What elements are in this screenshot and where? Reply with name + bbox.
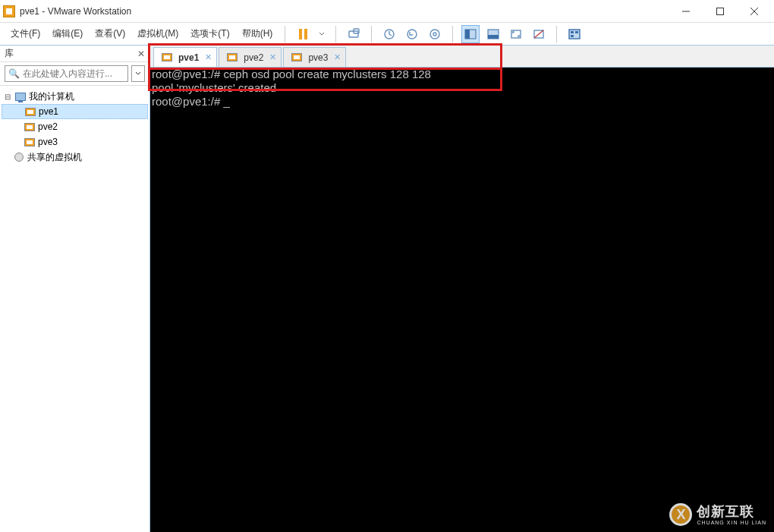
window-title: pve1 - VMware Workstation — [20, 6, 669, 17]
main-area: 库 ✕ 🔍 ⊟ 我的计算机 pve1 pve2 — [0, 46, 774, 532]
vm-icon — [24, 121, 36, 133]
watermark-en: CHUANG XIN HU LIAN — [697, 520, 766, 525]
library-header: 库 ✕ — [0, 46, 149, 62]
search-dropdown[interactable] — [131, 65, 145, 82]
snapshot-icon — [383, 28, 395, 40]
vm-icon — [24, 136, 36, 148]
thumbnail-button[interactable] — [565, 25, 584, 43]
maximize-icon — [716, 8, 724, 15]
send-cad-button[interactable] — [345, 25, 363, 43]
menu-file[interactable]: 文件(F) — [6, 24, 45, 43]
app-icon — [3, 5, 15, 17]
chevron-down-icon — [319, 31, 325, 37]
svg-rect-20 — [571, 35, 574, 37]
menu-help[interactable]: 帮助(H) — [238, 24, 278, 43]
unity-icon — [533, 28, 545, 40]
library-close-button[interactable]: ✕ — [137, 49, 145, 59]
pause-dropdown[interactable] — [316, 25, 327, 43]
menu-tabs[interactable]: 选项卡(T) — [186, 24, 234, 43]
menu-view[interactable]: 查看(V) — [90, 24, 130, 43]
fullscreen-icon — [510, 28, 522, 40]
minimize-icon — [682, 8, 690, 15]
svg-point-7 — [407, 30, 417, 39]
watermark: 创新互联 CHUANG XIN HU LIAN — [669, 503, 766, 526]
fit-guest-icon — [464, 28, 477, 40]
chevron-down-icon — [135, 71, 141, 77]
library-sidebar: 库 ✕ 🔍 ⊟ 我的计算机 pve1 pve2 — [0, 46, 150, 532]
search-input[interactable] — [23, 68, 124, 79]
tree-item-pve2[interactable]: pve2 — [2, 119, 148, 134]
library-title: 库 — [5, 47, 137, 60]
separator — [556, 26, 557, 42]
tree-label: pve1 — [39, 106, 58, 117]
pause-icon — [299, 29, 307, 39]
tree-label: 我的计算机 — [29, 90, 74, 103]
svg-rect-11 — [465, 30, 470, 39]
watermark-cn: 创新互联 — [697, 505, 766, 518]
terminal-line: root@pve1:/# _ — [152, 95, 230, 108]
svg-rect-13 — [488, 35, 499, 39]
manage-snapshots-button[interactable] — [426, 25, 444, 43]
library-tree: ⊟ 我的计算机 pve1 pve2 pve3 共享的虚拟机 — [0, 85, 149, 532]
titlebar: pve1 - VMware Workstation — [0, 0, 774, 23]
tree-label: pve3 — [38, 137, 58, 147]
view-mode2-button[interactable] — [484, 25, 502, 43]
fit-window-icon — [487, 28, 499, 40]
tree-item-pve1[interactable]: pve1 — [2, 104, 148, 119]
tree-item-shared[interactable]: 共享的虚拟机 — [2, 150, 148, 165]
window-controls — [669, 0, 771, 23]
svg-rect-18 — [571, 31, 574, 33]
vm-icon — [24, 105, 36, 118]
thumbnail-icon — [568, 28, 580, 40]
revert-icon — [406, 28, 418, 40]
svg-rect-17 — [569, 30, 580, 39]
menu-edit[interactable]: 编辑(E) — [48, 24, 87, 43]
revert-button[interactable] — [403, 25, 421, 43]
send-keys-icon — [348, 28, 360, 40]
separator — [335, 26, 336, 42]
svg-point-8 — [430, 30, 439, 39]
svg-point-9 — [433, 33, 436, 36]
svg-rect-19 — [575, 31, 578, 33]
watermark-text: 创新互联 CHUANG XIN HU LIAN — [697, 505, 766, 525]
pause-button[interactable] — [294, 25, 312, 43]
minimize-button[interactable] — [669, 0, 703, 23]
search-icon: 🔍 — [8, 68, 20, 79]
shared-icon — [13, 151, 25, 163]
separator — [371, 26, 372, 42]
search-box[interactable]: 🔍 — [5, 65, 128, 82]
annotation-highlight — [148, 43, 502, 91]
library-search-row: 🔍 — [0, 62, 149, 85]
separator — [285, 26, 285, 42]
collapse-icon[interactable]: ⊟ — [3, 93, 12, 101]
maximize-button[interactable] — [703, 0, 737, 23]
svg-line-16 — [534, 30, 543, 38]
vm-content: pve1 ✕ pve2 ✕ pve3 ✕ root@pve1:/# ceph o… — [150, 46, 774, 532]
menubar: 文件(F) 编辑(E) 查看(V) 虚拟机(M) 选项卡(T) 帮助(H) — [0, 23, 774, 46]
tree-label: pve2 — [38, 121, 58, 132]
separator — [452, 26, 453, 42]
view-mode1-button[interactable] — [461, 25, 480, 43]
unity-button[interactable] — [530, 25, 548, 43]
close-button[interactable] — [737, 0, 771, 23]
tree-label: 共享的虚拟机 — [27, 151, 82, 164]
close-icon — [750, 8, 758, 15]
fullscreen-button[interactable] — [507, 25, 525, 43]
snapshot-manager-icon — [429, 28, 441, 40]
snapshot-button[interactable] — [380, 25, 398, 43]
tree-item-pve3[interactable]: pve3 — [2, 134, 148, 150]
menu-vm[interactable]: 虚拟机(M) — [133, 24, 183, 43]
svg-rect-1 — [716, 8, 723, 14]
watermark-logo-icon — [669, 503, 692, 526]
tree-root-mycomputer[interactable]: ⊟ 我的计算机 — [2, 89, 148, 104]
computer-icon — [14, 90, 27, 102]
